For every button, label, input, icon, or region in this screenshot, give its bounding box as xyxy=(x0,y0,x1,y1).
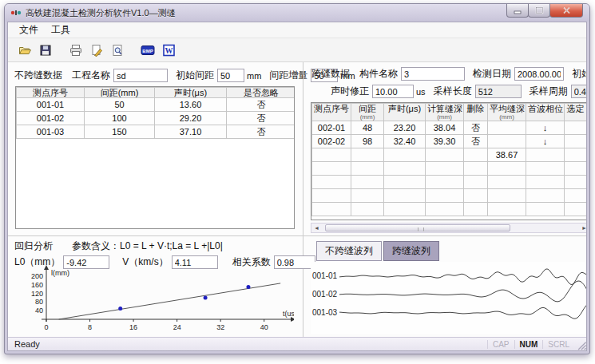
cell[interactable] xyxy=(351,148,384,162)
cell[interactable] xyxy=(565,135,587,148)
cell[interactable]: 29.20 xyxy=(155,112,227,125)
project-name-input[interactable] xyxy=(113,69,168,82)
column-header: 计算缝深(mm) xyxy=(426,104,464,121)
cell[interactable] xyxy=(565,203,587,216)
cell[interactable] xyxy=(384,189,426,203)
cell[interactable]: 98 xyxy=(351,135,384,148)
export-word-button[interactable]: W xyxy=(158,41,179,60)
menu-file[interactable]: 文件 xyxy=(13,22,45,38)
cell[interactable] xyxy=(464,203,488,216)
time-correction-input[interactable] xyxy=(372,85,414,98)
test-date-input[interactable] xyxy=(514,67,564,81)
component-name-input[interactable] xyxy=(401,67,465,81)
cell[interactable]: 001-02 xyxy=(17,112,85,125)
export-bmp-button[interactable]: BMP xyxy=(137,41,158,60)
title-bar[interactable]: 高铁建混凝土检测分析软件V1.0—测缝 xyxy=(5,4,589,22)
cell[interactable] xyxy=(384,148,426,162)
close-button[interactable] xyxy=(549,4,583,18)
horizontal-scrollbar[interactable]: ◄ ► xyxy=(311,223,586,233)
open-file-button[interactable] xyxy=(14,41,35,60)
maximize-button[interactable] xyxy=(528,4,550,18)
menu-tools[interactable]: 工具 xyxy=(45,22,77,38)
print-button[interactable] xyxy=(65,41,86,60)
cell[interactable] xyxy=(488,135,526,148)
cell[interactable] xyxy=(384,203,426,216)
cell[interactable] xyxy=(488,189,526,203)
cell[interactable] xyxy=(351,162,384,176)
bmp-icon: BMP xyxy=(141,44,155,57)
cell[interactable] xyxy=(384,162,426,176)
cell[interactable] xyxy=(464,162,488,176)
cell[interactable] xyxy=(426,162,464,176)
cell[interactable] xyxy=(488,162,526,176)
cell[interactable] xyxy=(426,189,464,203)
cell[interactable] xyxy=(312,203,351,216)
cell[interactable] xyxy=(384,176,426,189)
cell[interactable]: 32.40 xyxy=(384,135,426,148)
scroll-left-arrow[interactable]: ◄ xyxy=(311,224,322,232)
cell[interactable] xyxy=(351,203,384,216)
cell[interactable]: 39.30 xyxy=(426,135,464,148)
cell[interactable]: 13.60 xyxy=(155,98,227,112)
cell[interactable] xyxy=(526,189,565,203)
cell[interactable] xyxy=(565,189,587,203)
cell[interactable]: 38.67 xyxy=(488,148,526,162)
cell[interactable] xyxy=(351,189,384,203)
cell[interactable] xyxy=(488,121,526,135)
print-setup-button[interactable] xyxy=(86,41,107,60)
sample-period-input[interactable] xyxy=(571,85,586,98)
cell[interactable] xyxy=(526,148,565,162)
cell[interactable] xyxy=(565,176,587,189)
cell[interactable]: 50 xyxy=(85,98,155,112)
cell[interactable] xyxy=(526,162,565,176)
cell[interactable]: 否 xyxy=(227,112,296,125)
initial-spacing-input[interactable] xyxy=(217,69,244,82)
save-button[interactable] xyxy=(35,41,56,60)
cell[interactable]: 37.10 xyxy=(155,125,227,139)
print-preview-button[interactable] xyxy=(107,41,128,60)
cell[interactable]: 23.20 xyxy=(384,121,426,135)
cell[interactable] xyxy=(312,176,351,189)
cell[interactable] xyxy=(565,148,587,162)
vertical-splitter[interactable] xyxy=(303,62,303,337)
cell[interactable] xyxy=(351,176,384,189)
cell[interactable]: 否 xyxy=(227,98,296,112)
cell[interactable] xyxy=(312,162,351,176)
cell[interactable]: 100 xyxy=(85,112,155,125)
cell[interactable]: ↓ xyxy=(526,121,565,135)
cell[interactable] xyxy=(565,121,587,135)
cell[interactable] xyxy=(488,176,526,189)
cell[interactable] xyxy=(312,148,351,162)
tab-cross-seam-waves[interactable]: 跨缝波列 xyxy=(383,241,439,261)
cell[interactable] xyxy=(426,176,464,189)
cell[interactable]: 002-02 xyxy=(312,135,351,148)
sample-length-input[interactable] xyxy=(475,85,522,98)
cell[interactable]: ↓ xyxy=(526,135,565,148)
cell[interactable]: 否 xyxy=(464,135,488,148)
scrollbar-thumb[interactable] xyxy=(325,224,510,231)
cell[interactable]: 38.04 xyxy=(426,121,464,135)
cell[interactable]: 否 xyxy=(227,125,296,139)
cell[interactable] xyxy=(426,203,464,216)
cell[interactable] xyxy=(464,189,488,203)
cell[interactable] xyxy=(464,176,488,189)
cell[interactable] xyxy=(488,203,526,216)
cell[interactable] xyxy=(464,148,488,162)
scrollbar-track[interactable] xyxy=(322,224,579,232)
scroll-right-arrow[interactable]: ► xyxy=(579,224,586,232)
cell[interactable] xyxy=(526,176,565,189)
cell[interactable]: 001-01 xyxy=(17,98,85,112)
minimize-button[interactable] xyxy=(506,4,529,18)
resize-grip[interactable] xyxy=(574,338,586,350)
cell[interactable]: 150 xyxy=(85,125,155,139)
tab-non-cross-seam-waves[interactable]: 不跨缝波列 xyxy=(316,241,382,261)
cell[interactable]: 002-01 xyxy=(312,121,351,135)
cell[interactable] xyxy=(426,148,464,162)
cell[interactable] xyxy=(526,203,565,216)
cell[interactable] xyxy=(565,162,587,176)
horizontal-splitter[interactable] xyxy=(8,235,586,236)
cell[interactable]: 48 xyxy=(351,121,384,135)
cell[interactable]: 001-03 xyxy=(17,125,85,139)
cell[interactable]: 否 xyxy=(464,121,488,135)
cell[interactable] xyxy=(312,189,351,203)
